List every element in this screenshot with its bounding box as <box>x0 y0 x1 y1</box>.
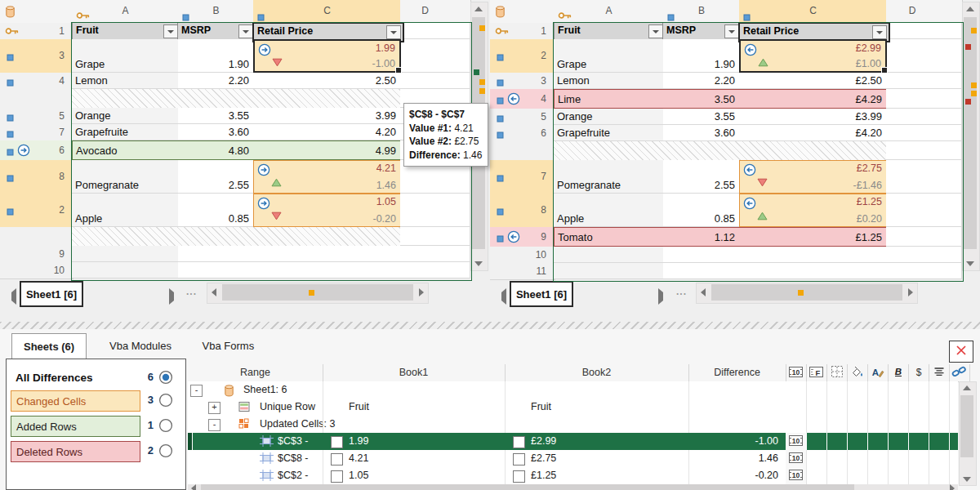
retail-cell[interactable]: 3.99 <box>253 108 401 124</box>
scroll-thumb[interactable] <box>711 284 902 301</box>
cell-empty[interactable] <box>886 109 938 125</box>
column-header-range[interactable]: Range <box>188 364 323 382</box>
legend-radio[interactable] <box>158 418 173 433</box>
retail-cell[interactable]: 1.99-1.00 <box>253 39 401 73</box>
horizontal-scrollbar[interactable] <box>696 283 918 304</box>
cell-empty[interactable] <box>449 227 470 246</box>
msrp-cell[interactable]: 2.55 <box>663 160 740 194</box>
scroll-right-button[interactable] <box>950 484 955 490</box>
cell-empty[interactable] <box>400 73 450 89</box>
scroll-left-button[interactable] <box>212 288 216 296</box>
row-header-2[interactable]: 2 <box>0 194 74 228</box>
cell-checkbox[interactable] <box>331 470 343 483</box>
scroll-right-button[interactable] <box>419 288 424 296</box>
diff-table-row[interactable]: $C$3 -1.99£2.99-1.0010 <box>188 433 958 450</box>
horizontal-scrollbar[interactable] <box>207 283 429 304</box>
scroll-thumb[interactable] <box>201 484 854 490</box>
retail-cell[interactable]: £2.99£1.00 <box>739 39 887 73</box>
cell-checkbox[interactable] <box>513 470 525 483</box>
cell-checkbox[interactable] <box>513 453 525 466</box>
cell-empty[interactable] <box>938 39 962 73</box>
filter-button[interactable] <box>724 24 739 38</box>
row-header-6[interactable]: 6 <box>0 140 74 161</box>
bold-button[interactable]: B <box>888 364 909 382</box>
column-header-difference[interactable]: Difference <box>688 364 786 382</box>
fruit-cell[interactable]: Orange <box>72 108 179 124</box>
sheet-nav-right-icon[interactable] <box>658 288 670 305</box>
retail-cell[interactable]: £4.20 <box>739 125 887 141</box>
scroll-down-button[interactable] <box>966 261 974 266</box>
column-header-B[interactable]: B <box>663 0 741 24</box>
cell-empty[interactable] <box>886 141 938 160</box>
table-vertical-scrollbar[interactable] <box>959 381 977 486</box>
column-header-stub[interactable] <box>938 0 963 24</box>
fruit-cell[interactable]: Pomegranate <box>554 160 664 194</box>
column-header-A[interactable]: A <box>72 0 180 24</box>
retail-cell[interactable]: £1.25£0.20 <box>739 194 887 227</box>
borders-button[interactable] <box>826 364 848 382</box>
retail-cell[interactable]: 4.20 <box>253 124 401 140</box>
msrp-cell[interactable]: 3.55 <box>663 109 740 125</box>
retail-cell[interactable]: £2.50 <box>739 73 887 89</box>
column-header-C[interactable]: C <box>739 0 888 24</box>
cell-empty[interactable] <box>400 246 450 262</box>
cell-empty[interactable] <box>449 262 470 278</box>
retail-cell[interactable] <box>253 246 401 262</box>
cell-stub1[interactable] <box>938 23 962 39</box>
msrp-cell[interactable] <box>178 246 254 262</box>
diff-table-row[interactable]: -Updated Cells: 3 <box>188 416 958 434</box>
selection-handle[interactable] <box>395 67 402 74</box>
goto-difference-icon[interactable] <box>744 43 757 59</box>
goto-difference-icon[interactable] <box>257 197 270 212</box>
cell-checkbox[interactable] <box>331 453 343 466</box>
diff-table-row[interactable]: $C$8 -4.21£2.751.4610 <box>188 450 958 468</box>
field-header-msrp[interactable]: MSRP <box>662 22 742 41</box>
number-format-button[interactable]: 10 <box>786 364 807 382</box>
cell-empty[interactable] <box>886 89 938 109</box>
column-header-stub[interactable] <box>449 0 471 24</box>
retail-cell[interactable] <box>739 247 887 263</box>
row-header-8[interactable]: 8 <box>490 194 555 228</box>
row-header-9[interactable]: 9 <box>490 227 555 247</box>
retail-cell[interactable]: 2.50 <box>253 73 401 89</box>
row-header-5[interactable]: 5 <box>0 108 74 125</box>
sheet-nav-right-icon[interactable] <box>169 288 180 305</box>
retail-cell[interactable]: £3.99 <box>739 109 887 125</box>
cell-empty[interactable] <box>938 125 962 141</box>
cell-empty[interactable] <box>400 39 450 73</box>
scroll-up-button[interactable] <box>963 385 971 390</box>
show-links-button[interactable] <box>949 364 970 382</box>
scroll-left-button[interactable] <box>191 484 196 490</box>
cell-checkbox[interactable] <box>331 436 343 448</box>
filter-button[interactable] <box>238 24 253 38</box>
goto-difference-icon[interactable] <box>743 197 756 212</box>
cell-empty[interactable] <box>449 194 470 227</box>
cell-empty[interactable] <box>938 160 962 194</box>
field-header-fruit[interactable]: Fruit <box>554 22 666 41</box>
msrp-cell[interactable]: 2.55 <box>178 160 254 194</box>
row-header[interactable] <box>0 89 74 109</box>
row-header-3[interactable]: 3 <box>0 39 74 74</box>
goto-difference-icon[interactable] <box>743 163 756 179</box>
vertical-scrollbar[interactable] <box>962 2 980 271</box>
msrp-cell[interactable]: 2.20 <box>663 73 740 89</box>
tab-vba-modules[interactable]: Vba Modules <box>98 333 183 358</box>
fruit-cell[interactable]: Apple <box>554 194 664 227</box>
cell-empty[interactable] <box>886 247 938 263</box>
alignment-button[interactable] <box>929 364 950 382</box>
scroll-left-button[interactable] <box>701 288 706 296</box>
column-header-C[interactable]: C <box>253 0 402 24</box>
splitter-handle[interactable] <box>0 322 980 329</box>
fruit-cell[interactable] <box>554 247 664 263</box>
cell-empty[interactable] <box>886 39 938 73</box>
column-header-D[interactable]: D <box>886 0 939 24</box>
filter-button[interactable] <box>163 24 178 38</box>
close-button[interactable] <box>949 341 973 363</box>
fill-color-button[interactable] <box>847 364 868 382</box>
retail-cell[interactable]: 4.211.46 <box>253 160 401 194</box>
row-header-4[interactable]: 4 <box>490 89 555 109</box>
tab-vba-forms[interactable]: Vba Forms <box>191 333 266 358</box>
row-header-4[interactable]: 4 <box>0 73 74 90</box>
msrp-cell[interactable]: 3.50 <box>663 89 740 109</box>
msrp-cell[interactable]: 2.20 <box>178 73 254 89</box>
